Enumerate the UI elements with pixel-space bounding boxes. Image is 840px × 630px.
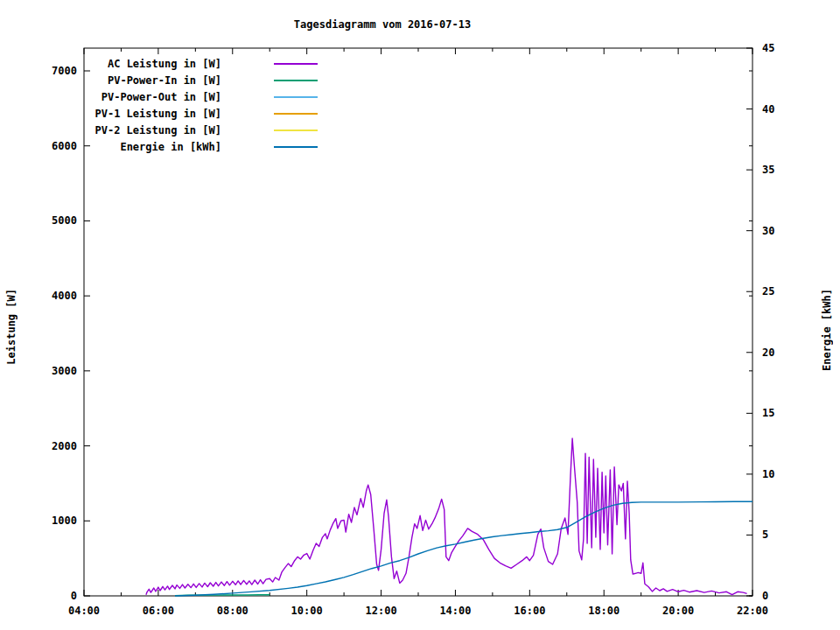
legend-line-sample xyxy=(274,63,318,65)
legend-line-sample xyxy=(274,96,318,98)
y-right-tick-label: 0 xyxy=(762,590,768,602)
y-left-tick-label: 2000 xyxy=(52,440,77,452)
y-left-tick-label: 0 xyxy=(71,590,77,602)
x-tick-label: 18:00 xyxy=(588,605,620,617)
y-left-tick-label: 7000 xyxy=(52,65,77,77)
y-right-tick-label: 25 xyxy=(762,285,774,298)
y-left-tick-label: 3000 xyxy=(52,365,77,377)
legend-row: PV-Power-Out in [W] xyxy=(81,88,318,105)
legend-label-pv-power-in: PV-Power-In in [W] xyxy=(81,74,221,87)
right-axis-label: Energie [kWh] xyxy=(821,289,833,371)
legend-row: AC Leistung in [W] xyxy=(81,55,318,72)
y-left-tick-label: 1000 xyxy=(52,514,77,527)
y-right-tick-label: 45 xyxy=(762,42,774,54)
y-left-tick-label: 6000 xyxy=(52,140,77,152)
y-right-tick-label: 10 xyxy=(762,468,774,480)
y-right-tick-label: 20 xyxy=(762,346,774,359)
legend-row: PV-Power-In in [W] xyxy=(81,72,318,88)
y-left-tick-label: 4000 xyxy=(52,290,77,302)
x-tick-label: 10:00 xyxy=(291,605,323,617)
legend-line-sample xyxy=(274,130,318,131)
y-right-tick-label: 5 xyxy=(762,528,768,541)
x-tick-label: 06:00 xyxy=(143,605,174,617)
legend-label-pv1-leistung: PV-1 Leistung in [W] xyxy=(81,108,221,120)
series-line-0 xyxy=(146,438,747,595)
x-tick-label: 16:00 xyxy=(514,605,545,617)
y-right-tick-label: 40 xyxy=(762,103,774,116)
x-tick-label: 14:00 xyxy=(439,605,471,617)
x-tick-label: 12:00 xyxy=(365,605,396,617)
legend-label-energie: Energie in [kWh] xyxy=(81,141,221,153)
y-right-tick-label: 15 xyxy=(762,407,774,419)
legend-row: PV-2 Leistung in [W] xyxy=(81,122,318,138)
legend-row: Energie in [kWh] xyxy=(81,138,318,155)
left-axis-label: Leistung [W] xyxy=(5,289,18,365)
legend-label-ac-leistung: AC Leistung in [W] xyxy=(81,58,221,70)
legend-label-pv-power-out: PV-Power-Out in [W] xyxy=(81,91,221,103)
legend-line-sample xyxy=(274,80,318,81)
x-tick-label: 08:00 xyxy=(217,605,248,617)
x-tick-label: 22:00 xyxy=(737,605,768,617)
y-right-tick-label: 35 xyxy=(762,164,774,176)
chart-title: Tagesdiagramm vom 2016-07-13 xyxy=(0,18,765,31)
legend: AC Leistung in [W] PV-Power-In in [W] PV… xyxy=(81,55,318,155)
legend-label-pv2-leistung: PV-2 Leistung in [W] xyxy=(81,124,221,136)
legend-line-sample xyxy=(274,146,318,148)
y-left-tick-label: 5000 xyxy=(52,214,77,227)
legend-row: PV-1 Leistung in [W] xyxy=(81,105,318,122)
y-right-tick-label: 30 xyxy=(762,225,774,237)
legend-line-sample xyxy=(274,113,318,115)
x-tick-label: 04:00 xyxy=(68,605,100,617)
x-tick-label: 20:00 xyxy=(662,605,694,617)
